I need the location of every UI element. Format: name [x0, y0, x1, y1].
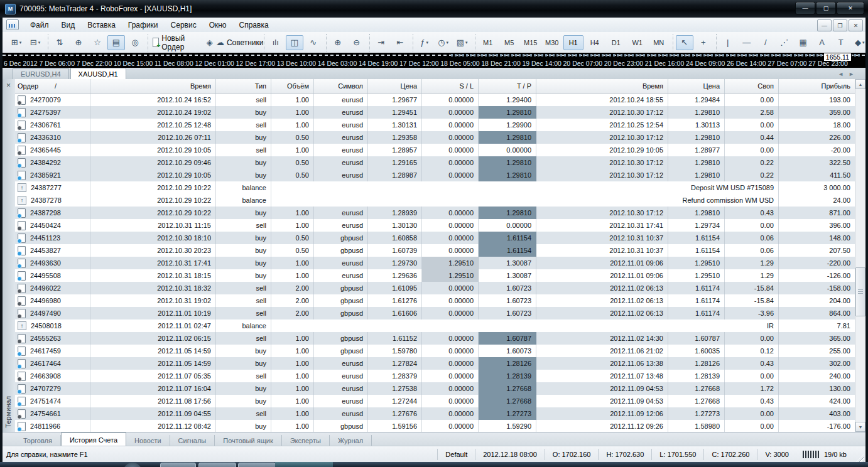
table-row[interactable]: ↑243872772012.10.29 10:22balanceDeposit … [15, 181, 855, 194]
table-row[interactable]: 242700792012.10.24 16:52sell1.00eurusd1.… [15, 94, 855, 106]
timeframe-MN-button[interactable]: MN [649, 35, 669, 50]
terminal-tab-Журнал[interactable]: Журнал [330, 435, 372, 446]
new-chart-button[interactable]: ⊞▾ [8, 35, 25, 50]
column-header-3[interactable]: Объём [271, 79, 314, 93]
terminal-tab-Торговля[interactable]: Торговля [15, 435, 61, 446]
fibonacci-button[interactable]: ⋰ [776, 35, 793, 50]
candlestick-mode-button[interactable]: ◫ [286, 35, 303, 50]
market-watch-button[interactable]: ⇅ [51, 35, 68, 50]
menu-item-Вид[interactable]: Вид [55, 19, 82, 31]
auto-scroll-button[interactable]: ⇥ [372, 35, 390, 50]
crosshair-button[interactable]: + [695, 35, 712, 50]
table-row[interactable]: 244511232012.10.30 18:10buy0.50gbpusd1.6… [15, 232, 855, 244]
terminal-button[interactable]: ▤ [107, 35, 125, 50]
table-row[interactable]: 243067612012.10.25 12:48sell1.00eurusd1.… [15, 119, 855, 131]
zoom-out-button[interactable]: ⊖ [348, 35, 366, 50]
column-header-8[interactable]: Время [536, 79, 668, 93]
table-row[interactable]: 243859212012.10.29 10:05buy0.50eurusd1.2… [15, 169, 855, 181]
trend-line-button[interactable]: / [757, 35, 774, 50]
table-row[interactable]: 244538272012.10.30 20:23buy0.50gbpusd1.6… [15, 244, 855, 257]
table-row[interactable]: 242753972012.10.24 19:02buy1.00eurusd1.2… [15, 106, 855, 119]
table-row[interactable]: 243363102012.10.26 07:11buy0.50eurusd1.2… [15, 131, 855, 144]
column-header-10[interactable]: Своп [725, 79, 779, 93]
column-header-9[interactable]: Цена [668, 79, 725, 93]
timeframe-H1-button[interactable]: H1 [563, 35, 583, 50]
text-label-button[interactable]: T [832, 35, 850, 50]
table-row[interactable]: 246174592012.11.05 14:59buy1.00gbpusd1.5… [15, 345, 855, 357]
mdi-restore-button[interactable]: ❐ [833, 19, 847, 31]
navigator-button[interactable]: ☆ [89, 35, 106, 50]
column-header-0[interactable]: Ордер/ [15, 79, 90, 93]
title-bar[interactable]: M 700095: MetaTrader 4 - RoboForex - [XA… [0, 0, 868, 18]
taskbar-item[interactable] [160, 463, 196, 467]
close-button[interactable]: ✕ [837, 2, 864, 14]
indicators-button[interactable]: ƒ▾ [416, 35, 433, 50]
taskbar-item[interactable] [238, 463, 276, 467]
table-row[interactable]: 248119662012.11.12 08:42buy1.00gbpusd1.5… [15, 420, 855, 432]
timeframe-H4-button[interactable]: H4 [585, 35, 605, 50]
menu-item-Вставка[interactable]: Вставка [81, 19, 122, 31]
column-header-1[interactable]: Время [90, 79, 216, 93]
table-row[interactable]: 244504242012.10.31 11:15sell1.00eurusd1.… [15, 219, 855, 232]
table-row[interactable]: 247514742012.11.08 17:56buy1.00eurusd1.2… [15, 395, 855, 407]
zoom-in-button[interactable]: ⊕ [329, 35, 347, 50]
scroll-down-arrow-icon[interactable]: ▼ [855, 422, 865, 432]
chart-shift-button[interactable]: ⇤ [391, 35, 409, 50]
scroll-up-arrow-icon[interactable]: ▲ [855, 79, 865, 89]
column-header-4[interactable]: Символ [314, 79, 368, 93]
table-row[interactable]: 243872982012.10.29 10:22buy1.00eurusd1.2… [15, 207, 855, 219]
table-row[interactable]: 244974902012.11.01 10:19sell2.00gbpusd1.… [15, 307, 855, 319]
chart-tab-XAUUSD,H1[interactable]: XAUUSD,H1 [70, 68, 126, 79]
expert-advisors-button[interactable]: ☁Советники [220, 35, 260, 50]
table-row[interactable]: 243842922012.10.29 09:46buy0.50eurusd1.2… [15, 156, 855, 169]
taskbar-item[interactable] [198, 463, 236, 467]
templates-button[interactable]: ▧▾ [453, 35, 471, 50]
timeframe-M15-button[interactable]: M15 [521, 35, 541, 50]
table-row[interactable]: 244955082012.10.31 18:15buy1.00eurusd1.2… [15, 269, 855, 282]
timeframe-M1-button[interactable]: M1 [478, 35, 498, 50]
timeframe-W1-button[interactable]: W1 [627, 35, 648, 50]
vertical-line-button[interactable]: | [719, 35, 737, 50]
mdi-close-button[interactable]: ✕ [849, 19, 863, 31]
table-row[interactable]: 243654452012.10.29 10:05sell1.00eurusd1.… [15, 144, 855, 156]
chart-tab-EURUSD,H4[interactable]: EURUSD,H4 [13, 68, 69, 79]
bar-chart-mode-button[interactable]: ılı [267, 35, 285, 50]
table-row[interactable]: 246639082012.11.07 05:35sell1.00eurusd1.… [15, 370, 855, 382]
table-row[interactable]: ↑243872782012.10.29 10:22balanceRefund c… [15, 194, 855, 207]
menu-item-Сервис[interactable]: Сервис [165, 19, 203, 31]
line-chart-mode-button[interactable]: ∿ [305, 35, 322, 50]
new-order-button[interactable]: Новый Ордер [151, 35, 200, 50]
table-row[interactable]: 247546612012.11.09 04:55sell1.00eurusd1.… [15, 407, 855, 420]
cursor-button[interactable]: ↖ [676, 35, 693, 50]
scrollbar-thumb[interactable] [855, 267, 865, 316]
column-header-7[interactable]: T / P [479, 79, 536, 93]
timeframe-D1-button[interactable]: D1 [606, 35, 626, 50]
terminal-close-icon[interactable]: ✕ [4, 81, 13, 89]
table-row[interactable]: 244960222012.10.31 18:32sell2.00gbpusd1.… [15, 282, 855, 294]
table-row[interactable]: ↑245080182012.11.01 02:47balanceIR7.81 [15, 319, 855, 332]
maximize-button[interactable]: ▢ [816, 2, 836, 14]
taskbar-item[interactable] [275, 462, 333, 467]
table-row[interactable]: 247072792012.11.07 16:04buy1.00eurusd1.2… [15, 382, 855, 395]
terminal-tab-История Счета[interactable]: История Счета [61, 432, 126, 446]
periods-button[interactable]: ◷▾ [435, 35, 452, 50]
profiles-button[interactable]: ⊟▾ [26, 35, 44, 50]
arrow-shapes-button[interactable]: ◆▾ [851, 35, 868, 50]
menu-item-Окно[interactable]: Окно [203, 19, 233, 31]
strategy-tester-button[interactable]: ◎ [126, 35, 144, 50]
timeframe-M5-button[interactable]: M5 [499, 35, 519, 50]
table-row[interactable]: 244969802012.10.31 19:02sell2.00gbpusd1.… [15, 294, 855, 307]
text-button[interactable]: A [813, 35, 831, 50]
channels-grid-button[interactable]: ▦ [795, 35, 812, 50]
column-header-11[interactable]: Прибыль [779, 79, 855, 93]
column-header-2[interactable]: Тип [216, 79, 271, 93]
start-orb[interactable] [123, 463, 142, 467]
menu-item-Файл[interactable]: Файл [24, 19, 55, 31]
timeframe-M30-button[interactable]: M30 [542, 35, 562, 50]
vertical-scrollbar[interactable]: ▲ ▼ [855, 79, 865, 432]
table-row[interactable]: 244936302012.10.31 17:41buy1.00eurusd1.2… [15, 257, 855, 269]
minimize-button[interactable]: — [795, 2, 815, 14]
mdi-minimize-button[interactable]: — [817, 19, 832, 31]
terminal-tab-Почтовый ящик[interactable]: Почтовый ящик [215, 435, 281, 446]
menu-item-Графики[interactable]: Графики [122, 19, 165, 31]
